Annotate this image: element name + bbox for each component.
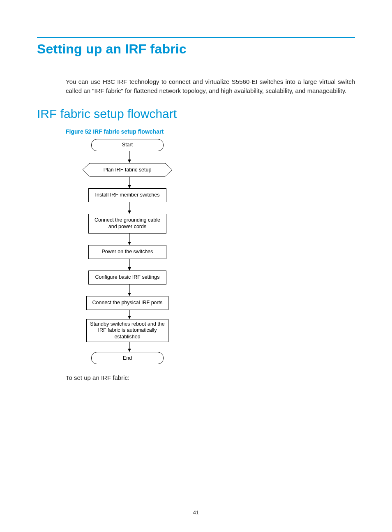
flow-arrow <box>127 234 128 245</box>
flow-plan: Plan IRF fabric setup <box>82 163 173 177</box>
flow-power-label: Power on the switches <box>101 249 153 255</box>
flow-arrow <box>127 202 128 214</box>
flow-install: Install IRF member switches <box>88 188 166 202</box>
header-rule <box>37 37 355 38</box>
flow-connect-ports: Connect the physical IRF ports <box>86 296 168 310</box>
svg-marker-12 <box>128 293 131 296</box>
flow-ground-label: Connect the grounding cable and power co… <box>91 217 164 230</box>
svg-marker-4 <box>128 185 131 188</box>
flow-arrow <box>127 310 128 319</box>
page-title: Setting up an IRF fabric <box>37 42 355 57</box>
flow-end: End <box>91 352 164 364</box>
flow-arrow <box>127 151 128 163</box>
flow-standby-label: Standby switches reboot and the IRF fabr… <box>89 321 166 340</box>
leadout-text: To set up an IRF fabric: <box>66 374 355 381</box>
intro-paragraph: You can use H3C IRF technology to connec… <box>66 77 355 95</box>
flow-configure: Configure basic IRF settings <box>88 271 166 285</box>
flow-connect-ports-label: Connect the physical IRF ports <box>92 300 163 306</box>
svg-marker-6 <box>128 210 131 214</box>
figure-caption: Figure 52 IRF fabric setup flowchart <box>66 128 355 135</box>
svg-marker-16 <box>128 349 131 352</box>
section-heading-flowchart: IRF fabric setup flowchart <box>37 107 355 121</box>
svg-marker-10 <box>128 267 131 271</box>
flow-configure-label: Configure basic IRF settings <box>95 274 159 281</box>
flow-arrow <box>127 342 128 352</box>
svg-marker-14 <box>128 316 131 319</box>
flow-install-label: Install IRF member switches <box>95 192 160 199</box>
flow-arrow <box>127 259 128 271</box>
flow-standby: Standby switches reboot and the IRF fabr… <box>86 319 168 342</box>
flow-plan-label: Plan IRF fabric setup <box>82 163 173 177</box>
flow-ground: Connect the grounding cable and power co… <box>88 214 166 234</box>
flow-start-label: Start <box>122 142 133 148</box>
flow-start: Start <box>91 139 164 151</box>
flow-arrow <box>127 285 128 296</box>
flow-power: Power on the switches <box>88 245 166 259</box>
svg-marker-1 <box>128 160 131 163</box>
svg-marker-8 <box>128 242 131 245</box>
flow-end-label: End <box>123 355 132 362</box>
flowchart: Start Plan IRF fabric setup Install IRF … <box>66 139 189 365</box>
page-number: 41 <box>0 509 392 516</box>
flow-arrow <box>127 177 128 188</box>
